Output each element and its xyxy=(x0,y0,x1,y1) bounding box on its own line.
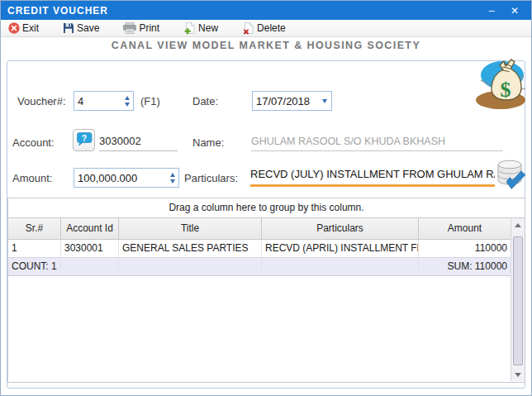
grid-body: Sr.# Account Id Title Particulars Amount… xyxy=(8,218,525,381)
name-label: Name: xyxy=(192,136,224,149)
titlebar[interactable]: CREDIT VOUCHER – ✕ xyxy=(1,1,531,20)
credit-voucher-window: CREDIT VOUCHER – ✕ Exit Save Print New D… xyxy=(0,0,532,396)
scroll-down-icon xyxy=(515,373,521,377)
date-value: 17/07/2018 xyxy=(253,95,317,107)
window-title: CREDIT VOUCHER xyxy=(7,5,108,17)
spinner-up-icon[interactable] xyxy=(170,173,175,177)
delete-icon xyxy=(242,22,254,35)
date-picker[interactable]: 17/07/2018 xyxy=(252,91,332,111)
column-header-amount[interactable]: Amount xyxy=(419,218,511,239)
scroll-up-icon xyxy=(515,223,521,227)
summary-empty xyxy=(262,258,419,275)
print-button[interactable]: Print xyxy=(118,21,164,36)
window-controls: – ✕ xyxy=(480,1,526,20)
date-label: Date: xyxy=(192,95,218,107)
delete-button[interactable]: Delete xyxy=(237,21,291,36)
particulars-label: Particulars: xyxy=(184,172,238,184)
account-code-field[interactable]: 3030002 xyxy=(99,133,178,151)
account-lookup-button[interactable]: ? xyxy=(73,129,95,151)
voucher-number-label: Voucher#: xyxy=(17,95,66,107)
exit-label: Exit xyxy=(22,22,39,34)
account-name-field: GHULAM RASOOL S/O KHUDA BKHASH xyxy=(251,133,503,151)
company-heading: CANAL VIEW MODEL MARKET & HOUSING SOCIET… xyxy=(1,40,531,51)
summary-row: COUNT: 1 SUM: 110000 xyxy=(8,258,511,276)
question-bubble-icon: ? xyxy=(76,131,93,150)
svg-text:?: ? xyxy=(81,132,86,142)
chevron-down-icon xyxy=(322,99,327,103)
amount-label: Amount: xyxy=(12,172,52,184)
column-header-srno[interactable]: Sr.# xyxy=(8,218,61,239)
toolbar: Exit Save Print New Delete xyxy=(1,20,531,37)
post-entry-button[interactable] xyxy=(496,159,526,196)
spinner-down-icon[interactable] xyxy=(125,103,130,107)
voucher-hotkey-hint: (F1) xyxy=(140,95,160,107)
cell-title: GENERAL SALES PARTIES xyxy=(119,240,262,257)
new-label: New xyxy=(198,22,218,34)
particulars-input[interactable]: RECVD (JULY) INSTALLMENT FROM GHULAM RAS xyxy=(250,165,495,187)
database-check-icon xyxy=(496,181,526,195)
svg-text:$: $ xyxy=(501,78,511,102)
delete-label: Delete xyxy=(257,22,286,34)
table-row[interactable]: 1 3030001 GENERAL SALES PARTIES RECVD (A… xyxy=(8,240,511,258)
spinner-down-icon[interactable] xyxy=(170,179,175,184)
account-label: Account: xyxy=(12,136,55,149)
group-by-panel[interactable]: Drag a column here to group by this colu… xyxy=(8,198,525,218)
amount-input[interactable]: 100,000.000 xyxy=(74,168,179,188)
grid-main: Sr.# Account Id Title Particulars Amount… xyxy=(8,218,511,381)
cell-srno: 1 xyxy=(8,240,61,257)
voucher-number-spinner[interactable] xyxy=(121,92,133,110)
voucher-number-input[interactable]: 4 xyxy=(74,91,134,111)
spinner-up-icon[interactable] xyxy=(125,96,130,100)
entries-grid: Drag a column here to group by this colu… xyxy=(7,198,525,383)
exit-icon xyxy=(8,22,20,34)
summary-count: COUNT: 1 xyxy=(8,258,61,275)
summary-empty xyxy=(61,258,119,275)
money-bag-icon: $ xyxy=(473,54,528,118)
minimize-button[interactable]: – xyxy=(480,1,503,20)
date-dropdown-button[interactable] xyxy=(317,92,331,110)
column-header-title[interactable]: Title xyxy=(119,218,262,239)
column-header-account-id[interactable]: Account Id xyxy=(61,218,119,239)
amount-value: 100,000.000 xyxy=(74,172,166,184)
column-header-particulars[interactable]: Particulars xyxy=(262,218,419,239)
save-label: Save xyxy=(77,22,99,34)
amount-spinner[interactable] xyxy=(166,169,178,187)
print-icon xyxy=(123,22,136,34)
print-label: Print xyxy=(139,22,159,34)
summary-sum: SUM: 110000 xyxy=(419,258,511,275)
scroll-up-button[interactable] xyxy=(511,218,525,231)
minimize-icon: – xyxy=(489,5,495,17)
cell-particulars: RECVD (APRIL) INSTALLMENT FRO... xyxy=(262,240,419,257)
save-icon xyxy=(63,22,74,34)
grid-header-row: Sr.# Account Id Title Particulars Amount xyxy=(8,218,511,240)
new-button[interactable]: New xyxy=(178,21,223,36)
cell-account-id: 3030001 xyxy=(61,240,119,257)
exit-button[interactable]: Exit xyxy=(3,21,44,36)
scrollbar-thumb[interactable] xyxy=(513,236,523,365)
close-button[interactable]: ✕ xyxy=(503,1,526,20)
new-icon xyxy=(183,22,196,35)
cell-amount: 110000 xyxy=(419,240,511,257)
summary-empty xyxy=(119,258,262,275)
group-by-hint: Drag a column here to group by this colu… xyxy=(169,202,363,213)
vertical-scrollbar[interactable] xyxy=(511,218,525,381)
save-button[interactable]: Save xyxy=(58,21,104,36)
close-icon: ✕ xyxy=(511,5,519,17)
scroll-down-button[interactable] xyxy=(511,368,525,381)
voucher-number-value: 4 xyxy=(74,95,121,107)
